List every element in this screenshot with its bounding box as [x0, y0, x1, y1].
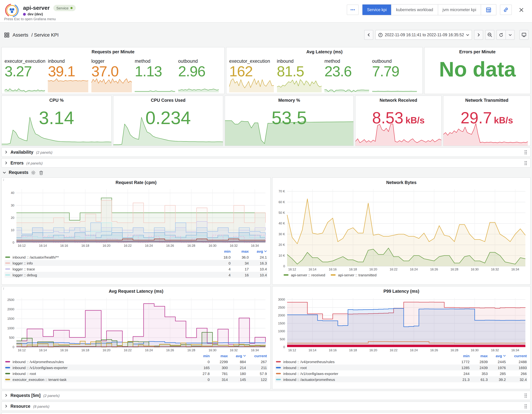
row-resource[interactable]: Resource (8 panels) [1, 401, 531, 411]
panel-title[interactable]: Avg Request Latency (ms) [5, 286, 267, 295]
drag-handle-icon[interactable] [524, 393, 527, 398]
legend-sort-avg[interactable]: avg [228, 354, 246, 358]
refresh-icon [499, 33, 504, 37]
svg-text:2500: 2500 [7, 298, 14, 302]
network-bytes-chart[interactable]: 010 K20 K30 K40 K50 K60 K70 K16:1216:141… [275, 186, 527, 271]
info-icon[interactable]: i [3, 287, 4, 290]
stat-value: 0.234 [113, 107, 223, 128]
legend-sort-max[interactable]: max [231, 249, 249, 253]
stat-logger: logger 37.0 [91, 56, 135, 92]
row-errors[interactable]: Errors (4 panels) [1, 158, 531, 168]
apps-grid-icon[interactable] [4, 32, 10, 37]
panel-title[interactable]: CPU % [2, 96, 111, 103]
sparkline [277, 77, 322, 92]
panel-title[interactable]: Network Received [355, 96, 441, 103]
svg-text:40 K: 40 K [279, 222, 285, 225]
panel-title[interactable]: Errors per Minute [425, 47, 530, 54]
panel-title[interactable]: Request Rate (cpm) [5, 178, 267, 186]
legend-sort-max[interactable]: max [470, 354, 488, 358]
series-swatch[interactable] [5, 268, 10, 270]
breadcrumb: Asserts / Service KPI [4, 32, 59, 37]
svg-text:16:28: 16:28 [451, 349, 458, 352]
svg-text:16:26: 16:26 [430, 349, 438, 352]
tab-kubernetes-workload[interactable]: kubernetes workload [392, 5, 438, 15]
svg-text:16:14: 16:14 [39, 349, 47, 352]
drag-handle-icon[interactable] [524, 150, 527, 155]
sparkline [5, 81, 45, 92]
series-swatch[interactable] [5, 256, 10, 258]
avg-request-latency-chart[interactable]: 0500100015002000250016:1216:1416:1616:18… [5, 295, 267, 352]
magnifier-minus-icon [487, 32, 492, 37]
series-swatch[interactable] [276, 373, 281, 374]
kiosk-mode-button[interactable] [519, 30, 529, 40]
sort-chevron-icon [503, 354, 506, 357]
svg-text:16:20: 16:20 [103, 349, 110, 352]
row-requests-5m[interactable]: Requests [5m] (2 panels) [1, 391, 531, 400]
info-icon[interactable]: i [3, 178, 4, 182]
share-link-button[interactable] [500, 5, 512, 15]
row-requests[interactable]: Requests [1, 169, 531, 176]
panel-title[interactable]: Requests per Minute [2, 47, 224, 54]
series-swatch[interactable] [5, 367, 10, 368]
svg-text:0: 0 [13, 345, 14, 349]
series-swatch[interactable] [276, 367, 281, 368]
refresh-button[interactable] [496, 30, 505, 40]
panel-avg-latency: Avg Latency (ms) executor_execution 162 … [226, 47, 423, 94]
trash-icon[interactable] [39, 170, 43, 175]
zoom-out-button[interactable] [485, 30, 494, 40]
legend-sort-max[interactable]: max [210, 354, 228, 358]
series-swatch[interactable] [276, 379, 281, 380]
series-swatch[interactable] [5, 373, 10, 374]
svg-text:16:12: 16:12 [288, 349, 296, 352]
legend-sort-current[interactable]: current [506, 354, 527, 358]
p99-latency-chart[interactable]: 05001000150020002500300016:1216:1416:161… [275, 295, 527, 352]
panel-title[interactable]: Avg Latency (ms) [226, 47, 422, 54]
tab-jvm-micrometer-kpi[interactable]: jvm micrometer kpi [438, 5, 481, 15]
series-swatch[interactable] [276, 361, 281, 362]
series-swatch[interactable] [5, 274, 10, 276]
close-button[interactable] [515, 5, 527, 15]
drag-handle-icon[interactable] [524, 404, 527, 409]
svg-text:16:16: 16:16 [60, 349, 68, 352]
chevron-right-icon [5, 151, 8, 154]
series-swatch[interactable] [5, 379, 10, 380]
legend-sort-current[interactable]: current [246, 354, 267, 358]
time-range-picker[interactable]: 2022-11-09 16:11:41 to 2022-11-09 16:35:… [375, 30, 472, 40]
breadcrumb-root[interactable]: Asserts [13, 32, 28, 37]
request-rate-chart[interactable]: 01020304016:1216:1416:1616:1816:2016:221… [5, 186, 267, 248]
panel-title[interactable]: Network Transmitted [443, 96, 530, 103]
panel-title[interactable]: P99 Latency (ms) [275, 286, 527, 295]
dashboard-list-button[interactable] [481, 5, 496, 15]
legend-sort-min[interactable]: min [191, 354, 210, 358]
series-swatch[interactable] [5, 361, 10, 362]
time-shift-forward-button[interactable] [474, 30, 483, 40]
gear-icon[interactable] [31, 170, 36, 175]
panel-title[interactable]: Memory % [225, 96, 353, 103]
row-availability[interactable]: Availability (2 panels) [1, 147, 531, 157]
service-type-badge[interactable]: Service [53, 5, 76, 11]
row-partial [1, 412, 531, 414]
panel-title[interactable]: Network Bytes [275, 178, 527, 186]
legend-item[interactable]: api-server :: received [284, 273, 325, 277]
svg-text:500: 500 [280, 338, 285, 341]
link-icon [503, 7, 509, 13]
time-shift-back-button[interactable] [364, 30, 373, 40]
series-swatch[interactable] [5, 262, 10, 264]
drag-handle-icon[interactable] [524, 160, 527, 165]
chevron-right-icon [5, 161, 8, 165]
refresh-control [496, 30, 514, 40]
legend-item[interactable]: api-server :: transmitted [331, 273, 377, 277]
refresh-interval-dropdown[interactable] [505, 30, 514, 40]
more-options-button[interactable] [347, 5, 359, 15]
table-icon [486, 7, 491, 12]
tab-service-kpi[interactable]: Service kpi [362, 5, 392, 15]
legend-sort-avg[interactable]: avg [488, 354, 506, 358]
panel-network-received: Network Received 8.53kB/s [355, 95, 442, 146]
legend-sort-min[interactable]: min [212, 249, 231, 253]
svg-text:2000: 2000 [7, 308, 14, 311]
svg-text:16:24: 16:24 [410, 268, 418, 271]
panel-title[interactable]: CPU Cores Used [113, 96, 223, 103]
legend-sort-min[interactable]: min [451, 354, 470, 358]
svg-text:16:30: 16:30 [209, 349, 217, 352]
legend-sort-avg[interactable]: avg [249, 249, 267, 253]
